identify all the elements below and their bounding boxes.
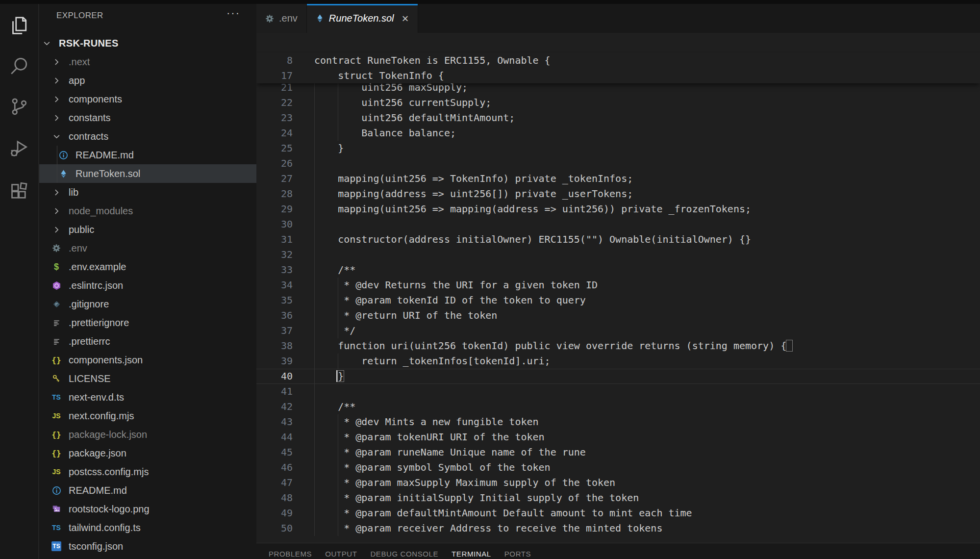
code-editor[interactable]: 21 uint256 maxSupply;22 uint256 currentS… xyxy=(256,33,980,543)
info-icon xyxy=(57,149,69,161)
tree-item-rootstock-logo-png[interactable]: rootstock-logo.png xyxy=(39,500,256,518)
activity-bar xyxy=(0,4,39,559)
panel-tab-terminal[interactable]: TERMINAL xyxy=(452,543,491,559)
tree-item-tailwind-config-ts[interactable]: TStailwind.config.ts xyxy=(39,518,256,537)
code-line-31[interactable]: 31 constructor(address initialOwner) ERC… xyxy=(256,232,980,247)
line-number: 50 xyxy=(256,521,293,536)
code-line-41[interactable]: 41 xyxy=(256,384,980,399)
code-line-29[interactable]: 29 mapping(uint256 => mapping(address =>… xyxy=(256,202,980,217)
code-line-28[interactable]: 28 mapping(address => uint256[]) private… xyxy=(256,186,980,202)
tree-item-components[interactable]: components xyxy=(39,90,256,108)
code-text: * @param tokenURI URI of the token xyxy=(314,430,545,445)
tree-item-runetoken-sol[interactable]: RuneToken.sol xyxy=(39,164,256,183)
code-line-26[interactable]: 26 xyxy=(256,156,980,171)
chevron-right-icon xyxy=(50,112,62,124)
tree-item-app[interactable]: app xyxy=(39,71,256,90)
chevron-right-icon xyxy=(50,205,62,217)
tab--env[interactable]: .env xyxy=(256,4,307,33)
code-line-23[interactable]: 23 uint256 defaultMintAmount; xyxy=(256,110,980,126)
activity-source-control-icon[interactable] xyxy=(0,94,38,119)
tree-item--eslintrc-json[interactable]: .eslintrc.json xyxy=(39,276,256,295)
sticky-line-8[interactable]: 8contract RuneToken is ERC1155, Ownable … xyxy=(256,53,980,68)
tab-runetoken-sol[interactable]: RuneToken.sol× xyxy=(307,4,418,33)
tree-item-label: tsconfig.json xyxy=(69,541,123,552)
editor-tab-bar: .envRuneToken.sol× xyxy=(256,4,980,33)
line-number: 42 xyxy=(256,399,293,414)
tree-item--env[interactable]: .env xyxy=(39,239,256,257)
tree-item-node-modules[interactable]: node_modules xyxy=(39,202,256,220)
line-number: 41 xyxy=(256,384,293,399)
panel-tab-output[interactable]: OUTPUT xyxy=(325,543,357,559)
activity-explorer-icon[interactable] xyxy=(0,13,38,38)
tree-item-components-json[interactable]: {}components.json xyxy=(39,351,256,369)
code-line-49[interactable]: 49 * @param defaultMintAmount Default am… xyxy=(256,506,980,521)
code-line-32[interactable]: 32 xyxy=(256,247,980,262)
tree-item-postcss-config-mjs[interactable]: JSpostcss.config.mjs xyxy=(39,462,256,481)
tsbadge-icon: TS xyxy=(50,540,62,552)
tree-item--prettierrc[interactable]: .prettierrc xyxy=(39,332,256,351)
activity-run-and-debug-icon[interactable] xyxy=(0,135,38,161)
tree-item-label: package.json xyxy=(69,448,126,459)
tree-item-next-config-mjs[interactable]: JSnext.config.mjs xyxy=(39,407,256,425)
activity-extensions-icon[interactable] xyxy=(0,178,38,204)
code-line-40[interactable]: 40 } xyxy=(256,369,980,384)
code-line-47[interactable]: 47 * @param maxSupply Maximum supply of … xyxy=(256,475,980,490)
code-line-44[interactable]: 44 * @param tokenURI URI of the token xyxy=(256,430,980,445)
braces-icon: {} xyxy=(50,429,62,440)
tree-item-package-lock-json[interactable]: {}package-lock.json xyxy=(39,425,256,444)
tree-item-contracts[interactable]: contracts xyxy=(39,127,256,146)
code-line-45[interactable]: 45 * @param runeName Unique name of the … xyxy=(256,445,980,460)
code-line-43[interactable]: 43 * @dev Mints a new fungible token xyxy=(256,414,980,430)
chevron-right-icon xyxy=(50,56,62,68)
tree-item--env-example[interactable]: $.env.example xyxy=(39,257,256,276)
tree-item-rsk-runes[interactable]: RSK-RUNES xyxy=(39,34,256,52)
code-text: Balance balance; xyxy=(314,126,456,141)
image-icon xyxy=(50,503,62,515)
activity-search-icon[interactable] xyxy=(0,53,38,79)
code-line-30[interactable]: 30 xyxy=(256,217,980,232)
code-line-42[interactable]: 42 /** xyxy=(256,399,980,414)
code-text: contract RuneToken is ERC1155, Ownable { xyxy=(314,53,551,68)
code-line-35[interactable]: 35 * @param tokenId ID of the token to q… xyxy=(256,293,980,308)
panel-tab-problems[interactable]: PROBLEMS xyxy=(269,543,312,559)
tree-item-label: README.md xyxy=(69,485,127,496)
code-line-27[interactable]: 27 mapping(uint256 => TokenInfo) private… xyxy=(256,171,980,186)
tree-item-label: rootstock-logo.png xyxy=(69,504,150,515)
code-line-34[interactable]: 34 * @dev Returns the URI for a given to… xyxy=(256,278,980,293)
code-line-22[interactable]: 22 uint256 currentSupply; xyxy=(256,95,980,110)
code-line-25[interactable]: 25 } xyxy=(256,141,980,156)
tree-item-next-env-d-ts[interactable]: TSnext-env.d.ts xyxy=(39,388,256,407)
code-line-48[interactable]: 48 * @param initialSupply Initial supply… xyxy=(256,490,980,506)
tree-item--gitignore[interactable]: .gitignore xyxy=(39,295,256,313)
code-line-46[interactable]: 46 * @param symbol Symbol of the token xyxy=(256,460,980,475)
tree-item-license[interactable]: LICENSE xyxy=(39,369,256,388)
tree-item-public[interactable]: public xyxy=(39,220,256,239)
close-icon[interactable]: × xyxy=(402,13,409,25)
tree-item--prettierignore[interactable]: .prettierignore xyxy=(39,313,256,332)
sticky-scroll[interactable]: 8contract RuneToken is ERC1155, Ownable … xyxy=(256,53,980,83)
line-number: 28 xyxy=(256,186,293,202)
prettier-icon xyxy=(50,335,62,347)
tree-item-tsconfig-json[interactable]: TStsconfig.json xyxy=(39,537,256,556)
tree-item-lib[interactable]: lib xyxy=(39,183,256,202)
code-line-36[interactable]: 36 * @return URI of the token xyxy=(256,308,980,323)
tree-item-package-json[interactable]: {}package.json xyxy=(39,444,256,462)
tree-item-constants[interactable]: constants xyxy=(39,108,256,127)
tree-item--next[interactable]: .next xyxy=(39,52,256,71)
tree-item-label: public xyxy=(69,224,94,235)
ts-icon: TS xyxy=(50,391,62,403)
tree-item-readme-md[interactable]: README.md xyxy=(39,481,256,500)
bracket-match-highlight xyxy=(786,340,793,352)
code-line-24[interactable]: 24 Balance balance; xyxy=(256,126,980,141)
sticky-line-17[interactable]: 17 struct TokenInfo { xyxy=(256,68,980,83)
code-line-38[interactable]: 38 function uri(uint256 tokenId) public … xyxy=(256,338,980,354)
more-actions-icon[interactable]: ··· xyxy=(226,7,240,20)
code-line-50[interactable]: 50 * @param receiver Address to receive … xyxy=(256,521,980,536)
code-line-39[interactable]: 39 return _tokenInfos[tokenId].uri; xyxy=(256,354,980,369)
code-text: */ xyxy=(314,323,355,338)
panel-tab-debug-console[interactable]: DEBUG CONSOLE xyxy=(370,543,438,559)
code-line-37[interactable]: 37 */ xyxy=(256,323,980,338)
panel-tab-ports[interactable]: PORTS xyxy=(504,543,531,559)
code-line-33[interactable]: 33 /** xyxy=(256,262,980,278)
tree-item-readme-md[interactable]: README.md xyxy=(39,146,256,164)
